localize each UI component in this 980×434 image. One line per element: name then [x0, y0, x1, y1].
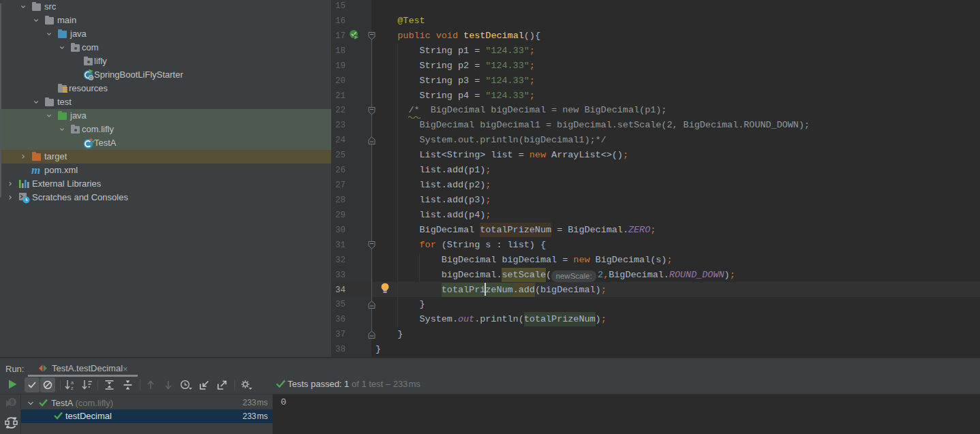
svg-text:9: 9 [10, 399, 14, 406]
svg-text:z: z [71, 386, 74, 390]
svg-text:a: a [71, 380, 74, 385]
